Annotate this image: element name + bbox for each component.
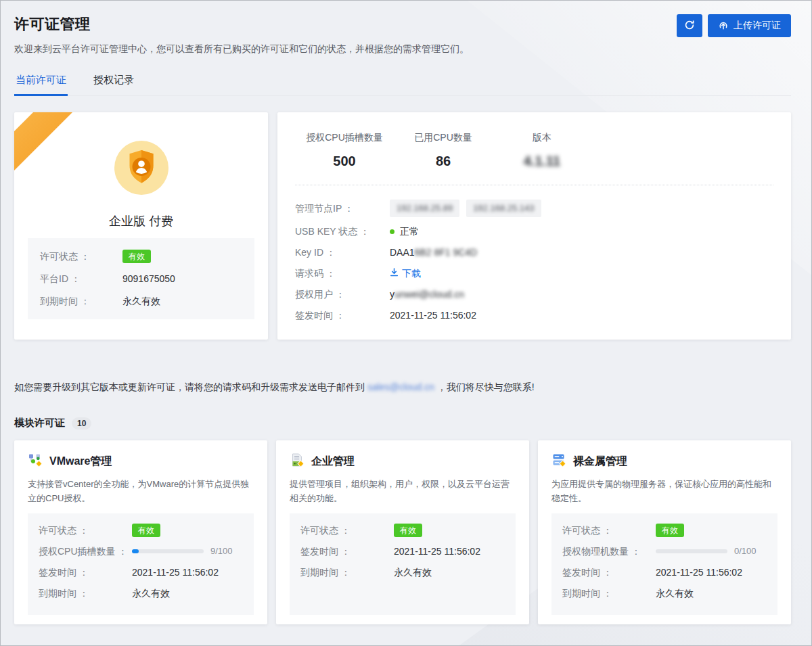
vmware-icon: [28, 453, 43, 470]
status-badge: 有效: [656, 524, 684, 537]
module-info-panel: 许可状态 ： 有效 签发时间 ： 2021-11-25 11:56:02 到期时…: [290, 513, 516, 615]
enterprise-icon: [290, 453, 304, 470]
module-card-baremetal: 裸金属管理 为应用提供专属的物理服务器，保证核心应用的高性能和稳定性。 许可状态…: [538, 440, 791, 624]
stat-value: 86: [394, 154, 493, 169]
info-row-management-ip: 管理节点IP ： 192.168.25.89 192.168.25.143: [295, 200, 773, 217]
upload-license-button[interactable]: 上传许可证: [708, 14, 791, 37]
download-link-label: 下载: [402, 267, 421, 280]
info-row-machine-quota: 授权物理机数量 ： 0/100: [562, 545, 767, 558]
upload-cloud-icon: [718, 20, 729, 32]
info-label: 签发时间 ：: [300, 545, 394, 558]
key-id-prefix: DAA1: [390, 246, 415, 259]
green-dot: [390, 229, 394, 234]
edition-title: 企业版 付费: [14, 213, 268, 229]
note-suffix: ，我们将尽快与您联系!: [437, 382, 535, 392]
module-section-title: 模块许可证: [14, 417, 65, 430]
progress-track: [132, 549, 204, 553]
stat-value: 500: [295, 154, 394, 169]
module-card-header: 企业管理: [290, 453, 516, 470]
platform-id-value: 9091675050: [122, 272, 175, 285]
tab-current-license[interactable]: 当前许可证: [14, 74, 68, 95]
info-label: 许可状态 ：: [562, 524, 656, 537]
module-title: VMware管理: [49, 455, 112, 469]
module-card-vmware: VMware管理 支持接管vCenter的全功能，为VMware的计算节点提供独…: [14, 440, 267, 624]
user-masked: unwei@cloud.cn: [394, 287, 464, 301]
ip-chip: 192.168.25.143: [466, 200, 541, 217]
usb-status-value: 正常: [400, 225, 419, 238]
info-row-cpu-quota: 授权CPU插槽数量 ： 9/100: [39, 545, 243, 558]
license-stats: 授权CPU插槽数量 500 已用CPU数量 86 版本 4.1.11: [295, 132, 773, 169]
status-badge: 有效: [132, 524, 160, 537]
download-icon: [390, 267, 399, 280]
corner-ribbon: [14, 112, 75, 176]
status-badge: 有效: [122, 250, 151, 263]
info-row-issue-time: 签发时间 ： 2021-11-25 11:56:02: [39, 566, 243, 579]
issue-time-value: 2021-11-25 11:56:02: [390, 308, 476, 322]
issue-time-value: 2021-11-25 11:56:02: [394, 545, 480, 558]
info-row-issue-time: 签发时间 ： 2021-11-25 11:56:02: [562, 566, 767, 579]
note-prefix: 如您需要升级到其它版本或更新许可证，请将您的请求码和升级需求发送电子邮件到: [14, 382, 365, 392]
status-badge: 有效: [394, 524, 422, 537]
info-label: 管理节点IP ：: [295, 202, 390, 215]
info-row-authorized-user: 授权用户 ： y unwei@cloud.cn: [295, 287, 773, 301]
key-id-masked: 6B2 8F1 9C4D: [415, 246, 478, 259]
stat-cpu-sockets: 授权CPU插槽数量 500: [295, 132, 394, 169]
module-card-header: 裸金属管理: [551, 453, 777, 470]
module-info-panel: 许可状态 ： 有效 授权CPU插槽数量 ： 9/100 签发时间 ： 2021-…: [28, 513, 254, 615]
shield-user-icon: [114, 141, 168, 195]
info-label: 许可状态 ：: [40, 250, 122, 263]
refresh-icon: [684, 20, 695, 32]
refresh-button[interactable]: [677, 14, 702, 37]
info-row-license-status: 许可状态 ： 有效: [40, 250, 242, 263]
info-row-license-status: 许可状态 ： 有效: [562, 524, 767, 537]
license-info-panel: 许可状态 ： 有效 平台ID ： 9091675050 到期时间 ： 永久有效: [28, 238, 254, 319]
license-detail-rows: 管理节点IP ： 192.168.25.89 192.168.25.143 US…: [295, 200, 773, 322]
info-label: 到期时间 ：: [300, 566, 394, 579]
info-row-key-id: Key ID ： DAA1 6B2 8F1 9C4D: [295, 246, 773, 259]
quota-progress: 0/100: [656, 545, 757, 558]
info-label: USB KEY 状态 ：: [295, 225, 390, 238]
module-info-panel: 许可状态 ： 有效 授权物理机数量 ： 0/100 签发时间 ： 2021-11…: [551, 513, 777, 615]
module-description: 为应用提供专属的物理服务器，保证核心应用的高性能和稳定性。: [551, 477, 777, 505]
info-label: 到期时间 ：: [39, 586, 132, 600]
progress-track: [656, 549, 727, 553]
expire-time-value: 永久有效: [132, 586, 170, 600]
expire-time-value: 永久有效: [394, 566, 432, 579]
license-management-page: 许可证管理 欢迎来到云平台许可证管理中心，您可以查看所有已购买的许可证和它们的状…: [1, 1, 811, 645]
info-label: 签发时间 ：: [562, 566, 656, 579]
module-count-badge: 10: [72, 417, 91, 430]
info-label: 请求码 ：: [295, 267, 390, 280]
info-label: 许可状态 ：: [39, 524, 132, 537]
page-subtitle: 欢迎来到云平台许可证管理中心，您可以查看所有已购买的许可证和它们的状态，并根据您…: [14, 43, 469, 55]
issue-time-value: 2021-11-25 11:56:02: [132, 566, 219, 579]
info-row-expire-time: 到期时间 ： 永久有效: [300, 566, 505, 579]
dotted-divider: [295, 185, 773, 185]
license-edition-card: 企业版 付费 许可状态 ： 有效 平台ID ： 9091675050 到期时间 …: [14, 112, 268, 340]
module-card-enterprise: 企业管理 提供管理项目，组织架构，用户，权限，以及云平台运营相关的功能。 许可状…: [276, 440, 529, 624]
module-cards-row: VMware管理 支持接管vCenter的全功能，为VMware的计算节点提供独…: [14, 440, 791, 624]
stat-label: 已用CPU数量: [394, 132, 493, 144]
license-detail-card: 授权CPU插槽数量 500 已用CPU数量 86 版本 4.1.11 管理节点I…: [277, 112, 791, 340]
upload-button-label: 上传许可证: [734, 20, 781, 32]
tab-bar: 当前许可证 授权记录: [14, 74, 791, 96]
download-link[interactable]: 下载: [390, 267, 421, 280]
stat-cpu-used: 已用CPU数量 86: [394, 132, 493, 169]
ip-chip: 192.168.25.89: [390, 200, 459, 217]
info-label: 授权用户 ：: [295, 287, 390, 301]
header-actions: 上传许可证: [677, 14, 791, 37]
page-header: 许可证管理 欢迎来到云平台许可证管理中心，您可以查看所有已购买的许可证和它们的状…: [14, 13, 791, 55]
module-card-header: VMware管理: [28, 453, 254, 470]
info-row-request-code: 请求码 ： 下载: [295, 267, 773, 280]
info-label: 签发时间 ：: [295, 308, 390, 322]
tab-authorization-records[interactable]: 授权记录: [92, 74, 135, 95]
progress-text: 0/100: [734, 545, 757, 558]
module-title: 裸金属管理: [573, 455, 627, 469]
info-row-license-status: 许可状态 ： 有效: [39, 524, 243, 537]
user-prefix: y: [390, 287, 394, 301]
info-label: 到期时间 ：: [40, 294, 122, 308]
info-row-usb-key-status: USB KEY 状态 ： 正常: [295, 225, 773, 238]
page-title: 许可证管理: [14, 14, 469, 34]
progress-fill: [132, 549, 139, 553]
issue-time-value: 2021-11-25 11:56:02: [656, 566, 742, 579]
quota-progress: 9/100: [132, 545, 233, 558]
